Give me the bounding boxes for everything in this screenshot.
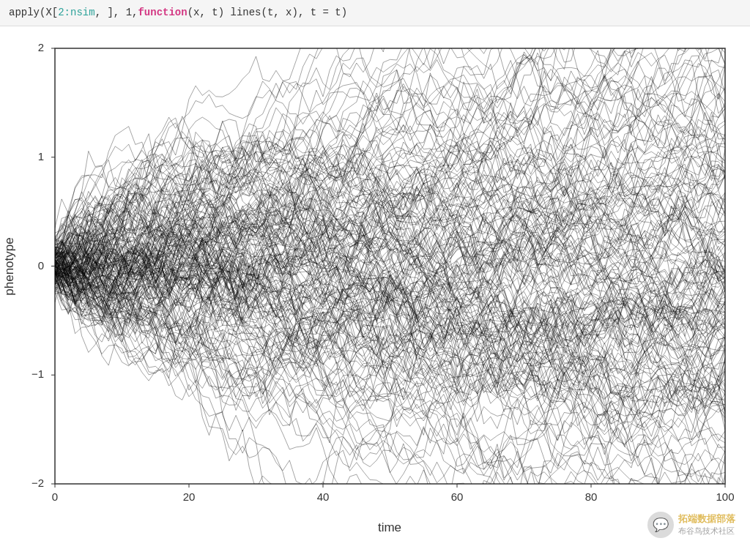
code-text-1: apply(X[ [9,5,58,20]
watermark-line2: 布谷鸟技术社区 [678,526,735,536]
watermark-text: 拓端数据部落 布谷鸟技术社区 [678,513,735,536]
y-tick-1: 1 [38,150,44,163]
y-tick-neg1: −1 [31,367,44,380]
x-axis-label: time [378,520,401,534]
watermark-icon: 💬 [647,512,674,538]
y-tick-0: 0 [38,259,44,272]
x-tick-40: 40 [317,490,330,503]
y-axis-label: phenotype [2,237,16,295]
watermark-line1: 拓端数据部落 [678,513,735,526]
code-text-3: , ], 1, [95,5,138,20]
code-text-4: (x, t) lines(t, x), t = t) [188,5,347,20]
y-tick-neg2: −2 [31,477,44,489]
x-tick-60: 60 [451,490,464,503]
main-chart: 2 1 0 −1 −2 0 20 40 60 80 100 time pheno… [0,26,750,560]
chart-container: 2 1 0 −1 −2 0 20 40 60 80 100 time pheno… [0,26,750,560]
code-bar: apply(X[2:nsim, ], 1, function(x, t) lin… [0,0,750,26]
code-text-2: 2:nsim [58,5,94,20]
x-tick-20: 20 [183,490,196,503]
x-tick-100: 100 [716,490,734,503]
x-tick-0: 0 [52,490,58,503]
x-tick-80: 80 [585,490,598,503]
y-tick-2: 2 [38,41,44,53]
code-keyword-function: function [138,5,187,20]
watermark: 💬 拓端数据部落 布谷鸟技术社区 [647,512,735,538]
